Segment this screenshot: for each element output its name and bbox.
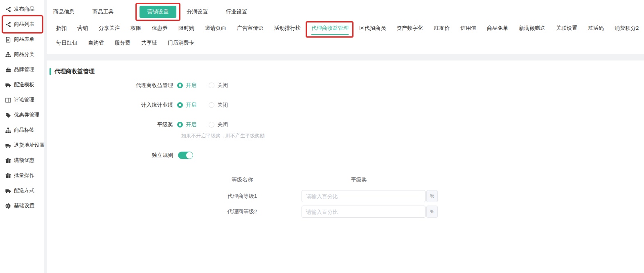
gear-icon bbox=[5, 203, 11, 209]
tab-product-info[interactable]: 商品信息 bbox=[53, 6, 74, 18]
independent-rule-toggle[interactable] bbox=[178, 152, 193, 159]
tab-marketing-settings[interactable]: 营销设置 bbox=[140, 6, 176, 18]
sidebar-item-batch-operation[interactable]: 批量操作 bbox=[0, 168, 44, 183]
percent-input-group: % bbox=[302, 190, 441, 202]
radio-label: 关闭 bbox=[217, 121, 228, 128]
agent-level-table: 等级名称 平级奖 代理商等级1 % 代理商等级2 % bbox=[183, 176, 644, 218]
radio-off[interactable]: 关闭 bbox=[209, 82, 228, 89]
radio-dot-icon bbox=[209, 122, 214, 128]
tab-industry-settings[interactable]: 行业设置 bbox=[226, 6, 247, 18]
sidebar-item-delivery-method[interactable]: 配送方式 bbox=[0, 183, 44, 198]
sidebar-item-label: 商品列表 bbox=[14, 21, 34, 28]
tab2-ad-slogan[interactable]: 广告宣传语 bbox=[237, 25, 263, 35]
tab3-store-consume-card[interactable]: 门店消费卡 bbox=[168, 39, 194, 50]
radio-off[interactable]: 关闭 bbox=[209, 101, 228, 109]
tabs-panel: 商品信息 商品工具 营销设置 分润设置 行业设置 折扣 营销 分享关注 权限 优… bbox=[47, 0, 644, 54]
tab-profit-settings[interactable]: 分润设置 bbox=[187, 6, 208, 18]
radio-on[interactable]: 开启 bbox=[177, 121, 196, 128]
sidebar-item-product-tags[interactable]: 商品标签 bbox=[0, 123, 44, 138]
tab3-share-chain[interactable]: 共享链 bbox=[141, 39, 157, 50]
sidebar-item-label: 满额优惠 bbox=[14, 157, 34, 164]
same-level-award-help-text: 如果不开启平级奖，则不产生平级奖励 bbox=[181, 132, 644, 139]
radio-label: 关闭 bbox=[217, 82, 228, 89]
radio-label: 开启 bbox=[186, 121, 196, 128]
tab2-group-qr-code[interactable]: 群活码 bbox=[588, 25, 604, 35]
sidebar-item-product-form[interactable]: 商品表单 bbox=[0, 32, 44, 47]
table-header-row: 等级名称 平级奖 bbox=[183, 176, 644, 183]
radio-dot-icon bbox=[177, 102, 183, 108]
percent-input[interactable] bbox=[302, 206, 426, 218]
tab2-share-follow[interactable]: 分享关注 bbox=[99, 25, 120, 35]
tab2-discount[interactable]: 折扣 bbox=[56, 25, 67, 35]
level-name: 代理商等级1 bbox=[183, 192, 302, 200]
count-performance-radio-group: 开启 关闭 bbox=[177, 101, 240, 109]
sidebar-item-label: 商品标签 bbox=[14, 127, 34, 134]
radio-label: 关闭 bbox=[217, 101, 228, 109]
radio-on[interactable]: 开启 bbox=[177, 101, 196, 109]
tab2-product-free-order[interactable]: 商品免单 bbox=[487, 25, 508, 35]
sidebar: 发布商品 商品列表 商品表单 商品分类 品牌管理 配送模板 评论管理 优惠券管 bbox=[0, 0, 44, 273]
tab2-flash-sale[interactable]: 限时购 bbox=[178, 25, 194, 35]
tab-product-tools[interactable]: 商品工具 bbox=[92, 6, 114, 18]
table-row: 代理商等级1 % bbox=[183, 190, 644, 202]
sidebar-item-label: 配送方式 bbox=[14, 187, 34, 194]
section-header: 代理商收益管理 bbox=[50, 68, 644, 75]
sidebar-item-comment-management[interactable]: 评论管理 bbox=[0, 92, 44, 107]
sidebar-item-label: 商品表单 bbox=[14, 36, 34, 43]
section-accent-bar bbox=[50, 68, 51, 75]
briefcase-icon bbox=[5, 67, 11, 73]
form-row-independent-rule: 独立规则 bbox=[50, 152, 644, 159]
truck-icon bbox=[5, 143, 11, 148]
radio-off[interactable]: 关闭 bbox=[209, 121, 228, 128]
sidebar-item-brand-management[interactable]: 品牌管理 bbox=[0, 62, 44, 77]
columns-icon bbox=[5, 97, 11, 103]
radio-dot-icon bbox=[209, 83, 214, 88]
tab2-invite-page[interactable]: 邀请页面 bbox=[205, 25, 226, 35]
tab2-district-agent-recruit[interactable]: 区代招商员 bbox=[359, 25, 386, 35]
tab2-group-friend-price[interactable]: 群友价 bbox=[434, 25, 450, 35]
tab2-activity-ranking[interactable]: 活动排行榜 bbox=[274, 25, 301, 35]
radio-on[interactable]: 开启 bbox=[177, 82, 196, 89]
tab2-agent-revenue-management[interactable]: 代理商收益管理 bbox=[311, 25, 349, 35]
sidebar-item-full-discount[interactable]: 满额优惠 bbox=[0, 153, 44, 168]
form-row-count-performance: 计入统计业绩 开启 关闭 bbox=[50, 101, 644, 109]
sidebar-item-return-address[interactable]: 退货地址设置 bbox=[0, 138, 44, 153]
tab2-coupon[interactable]: 优惠券 bbox=[152, 25, 168, 35]
truck-icon bbox=[5, 82, 11, 88]
tab3-self-purchase-save[interactable]: 自购省 bbox=[88, 39, 104, 50]
secondary-tabs: 折扣 营销 分享关注 权限 优惠券 限时购 邀请页面 广告宣传语 活动排行榜 代… bbox=[56, 25, 644, 35]
sidebar-item-coupon-management[interactable]: 优惠券管理 bbox=[0, 107, 44, 123]
sidebar-item-product-category[interactable]: 商品分类 bbox=[0, 47, 44, 62]
share-nodes-icon bbox=[5, 22, 11, 27]
tab2-new-full-amount-gift[interactable]: 新满额赠送 bbox=[519, 25, 545, 35]
tab2-consume-points2[interactable]: 消费积分2 bbox=[615, 25, 639, 35]
tab3-daily-red-packet[interactable]: 每日红包 bbox=[56, 39, 77, 50]
app: 发布商品 商品列表 商品表单 商品分类 品牌管理 配送模板 评论管理 优惠券管 bbox=[0, 0, 644, 273]
main-area: 商品信息 商品工具 营销设置 分润设置 行业设置 折扣 营销 分享关注 权限 优… bbox=[47, 0, 644, 273]
form-row-agent-revenue: 代理商收益管理 开启 关闭 bbox=[50, 82, 644, 89]
radio-label: 开启 bbox=[186, 101, 196, 109]
tab2-related-settings[interactable]: 关联设置 bbox=[556, 25, 577, 35]
sidebar-item-product-list[interactable]: 商品列表 bbox=[0, 17, 44, 32]
tab2-credit-value[interactable]: 信用值 bbox=[460, 25, 476, 35]
tab2-asset-digitization[interactable]: 资产数字化 bbox=[396, 25, 423, 35]
sidebar-item-basic-settings[interactable]: 基础设置 bbox=[0, 198, 44, 213]
content-panel: 代理商收益管理 代理商收益管理 开启 关闭 计入统计业绩 bbox=[47, 60, 644, 273]
form-label: 独立规则 bbox=[50, 152, 177, 159]
sidebar-item-delivery-template[interactable]: 配送模板 bbox=[0, 77, 44, 92]
gift-icon bbox=[5, 173, 11, 179]
form-label: 代理商收益管理 bbox=[50, 82, 177, 89]
agent-revenue-radio-group: 开启 关闭 bbox=[177, 82, 240, 89]
tab3-service-fee[interactable]: 服务费 bbox=[115, 39, 131, 50]
percent-input[interactable] bbox=[302, 190, 426, 202]
sidebar-item-publish-product[interactable]: 发布商品 bbox=[0, 2, 44, 17]
tab2-permission[interactable]: 权限 bbox=[131, 25, 141, 35]
form-label: 平级奖 bbox=[50, 121, 177, 128]
percent-input-group: % bbox=[302, 206, 441, 218]
primary-tabs: 商品信息 商品工具 营销设置 分润设置 行业设置 bbox=[53, 6, 644, 18]
sidebar-item-label: 基础设置 bbox=[14, 202, 34, 209]
radio-dot-icon bbox=[209, 102, 214, 108]
tab2-marketing[interactable]: 营销 bbox=[77, 25, 88, 35]
percent-suffix: % bbox=[426, 206, 438, 218]
radio-label: 开启 bbox=[186, 82, 196, 89]
